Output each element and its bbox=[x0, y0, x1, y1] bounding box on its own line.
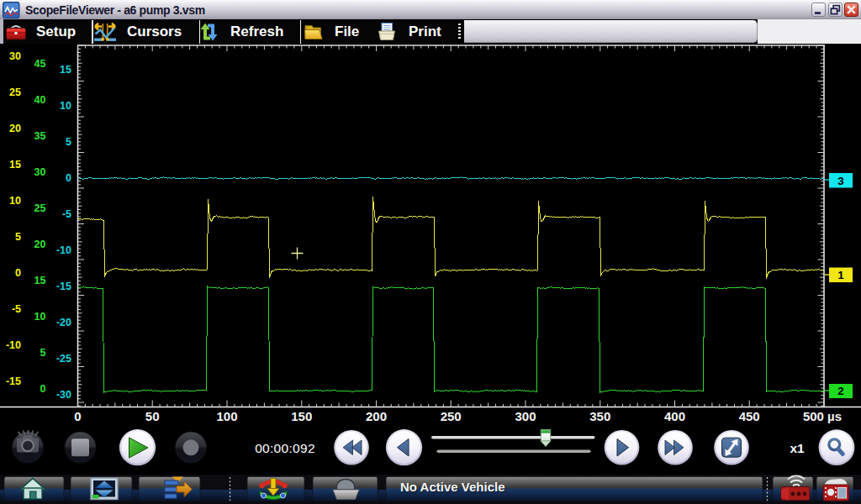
svg-text:-15: -15 bbox=[6, 375, 21, 387]
svg-text:0: 0 bbox=[66, 172, 71, 184]
svg-text:35: 35 bbox=[34, 130, 46, 142]
svg-text:10: 10 bbox=[60, 100, 71, 112]
svg-text:400: 400 bbox=[664, 409, 685, 423]
svg-text:30: 30 bbox=[9, 50, 21, 62]
svg-text:10: 10 bbox=[34, 311, 46, 323]
svg-text:250: 250 bbox=[441, 409, 462, 423]
svg-text:20: 20 bbox=[34, 239, 46, 250]
svg-text:0: 0 bbox=[15, 267, 21, 279]
svg-text:15: 15 bbox=[9, 159, 21, 171]
svg-text:450: 450 bbox=[739, 409, 760, 423]
svg-text:1: 1 bbox=[837, 269, 844, 281]
svg-text:100: 100 bbox=[216, 409, 237, 423]
svg-text:-5: -5 bbox=[62, 208, 71, 220]
svg-text:5: 5 bbox=[66, 136, 71, 148]
svg-text:3: 3 bbox=[837, 175, 844, 187]
svg-text:350: 350 bbox=[589, 409, 610, 423]
svg-text:15: 15 bbox=[60, 64, 71, 76]
svg-text:25: 25 bbox=[34, 202, 46, 214]
svg-text:5: 5 bbox=[15, 231, 21, 243]
svg-text:-10: -10 bbox=[56, 244, 71, 256]
svg-text:-5: -5 bbox=[12, 303, 21, 315]
svg-text:40: 40 bbox=[34, 94, 46, 106]
svg-text:50: 50 bbox=[145, 409, 160, 423]
svg-text:-10: -10 bbox=[6, 339, 21, 351]
svg-text:00:00:092: 00:00:092 bbox=[255, 441, 315, 455]
svg-text:300: 300 bbox=[515, 409, 536, 423]
svg-text:5: 5 bbox=[40, 347, 46, 359]
svg-text:-20: -20 bbox=[56, 317, 71, 328]
svg-text:-25: -25 bbox=[56, 353, 71, 365]
svg-text:0: 0 bbox=[74, 409, 81, 423]
svg-text:x1: x1 bbox=[790, 441, 805, 455]
svg-text:-15: -15 bbox=[56, 281, 71, 292]
svg-text:25: 25 bbox=[9, 87, 21, 98]
svg-text:-30: -30 bbox=[56, 389, 71, 401]
svg-text:200: 200 bbox=[366, 409, 387, 423]
svg-text:150: 150 bbox=[291, 409, 312, 423]
svg-text:30: 30 bbox=[34, 166, 46, 178]
svg-text:20: 20 bbox=[9, 123, 21, 134]
svg-text:15: 15 bbox=[34, 275, 46, 286]
svg-text:No Active Vehicle: No Active Vehicle bbox=[400, 480, 505, 494]
svg-text:10: 10 bbox=[9, 195, 21, 207]
svg-text:500 µs: 500 µs bbox=[803, 409, 842, 423]
svg-text:2: 2 bbox=[837, 385, 844, 397]
svg-text:0: 0 bbox=[40, 383, 46, 395]
svg-text:45: 45 bbox=[34, 58, 46, 70]
